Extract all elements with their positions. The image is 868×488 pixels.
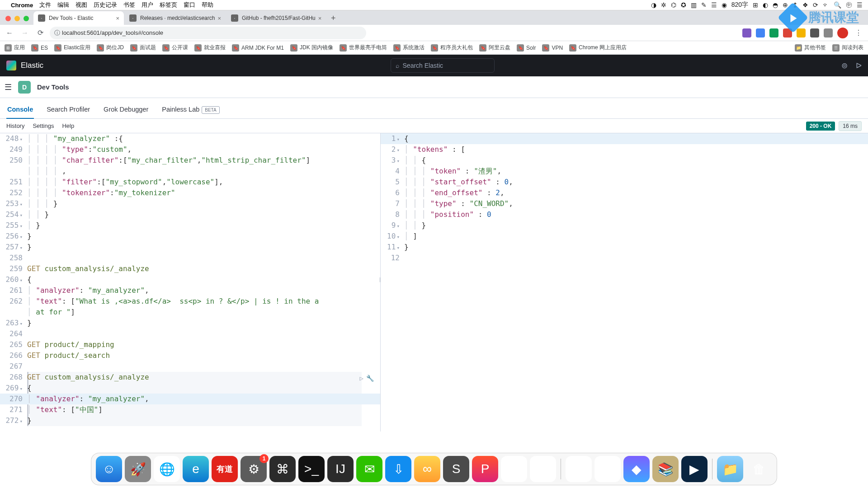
- dock-youdao-icon[interactable]: 有道: [212, 456, 238, 482]
- dock-intellij-icon[interactable]: IJ: [327, 456, 354, 482]
- status-icon[interactable]: ☰: [711, 1, 717, 9]
- extension-icon[interactable]: [769, 28, 778, 38]
- bookmark-item[interactable]: 🔖ARM JDK For M1: [232, 44, 284, 52]
- bookmark-item[interactable]: 🔖Solr: [517, 44, 536, 52]
- dock-text-icon[interactable]: T: [501, 456, 527, 482]
- bookmark-item[interactable]: 🔖岗位JD: [97, 44, 124, 52]
- dock-zen-icon[interactable]: ⌘: [269, 456, 296, 482]
- minimize-window-icon[interactable]: [14, 16, 20, 21]
- status-icon[interactable]: ✪: [681, 1, 686, 9]
- menubar-item[interactable]: 视图: [75, 1, 87, 8]
- dock-wps-icon[interactable]: W: [594, 456, 621, 482]
- menubar-item[interactable]: 用户: [142, 1, 153, 8]
- bookmark-item[interactable]: 🔖VPN: [542, 44, 563, 52]
- status-icon[interactable]: ⊞: [753, 1, 758, 9]
- status-icon[interactable]: ◐: [763, 1, 768, 9]
- bookmark-item[interactable]: 🔖就业喜报: [194, 44, 226, 52]
- status-icon[interactable]: ✎: [701, 1, 707, 9]
- toolbar-link[interactable]: History: [6, 122, 24, 129]
- back-button[interactable]: ←: [4, 27, 15, 39]
- bookmark-item[interactable]: 🔖阿里云盘: [479, 44, 510, 52]
- devtools-tab[interactable]: Search Profiler: [46, 106, 91, 118]
- bookmark-item[interactable]: 🔖ES: [31, 44, 48, 52]
- bookmark-item[interactable]: 🔖世界最亮手电筒: [340, 44, 387, 52]
- dock-folder-icon[interactable]: 📁: [717, 456, 743, 482]
- menubar-item[interactable]: 书签: [123, 1, 135, 8]
- extension-icon[interactable]: [810, 28, 819, 38]
- request-pane[interactable]: 248▾249250251252253▾254▾255▾256▾257▾2582…: [0, 133, 381, 432]
- dock-video-icon[interactable]: ▶: [681, 456, 708, 482]
- toolbar-link[interactable]: Help: [62, 122, 74, 129]
- extension-icon[interactable]: [797, 28, 806, 38]
- chrome-menu-icon[interactable]: ⋮: [853, 27, 864, 39]
- help-icon[interactable]: ⊚: [841, 61, 848, 70]
- menubar-item[interactable]: 历史记录: [94, 1, 117, 8]
- dock-launchpad-icon[interactable]: 🚀: [125, 456, 151, 482]
- status-icon[interactable]: ⌬: [671, 1, 676, 9]
- window-controls[interactable]: [4, 16, 33, 25]
- bookmark-item[interactable]: 🔖JDK 国内镜像: [290, 44, 333, 52]
- space-badge[interactable]: D: [18, 81, 31, 94]
- devtools-tab[interactable]: Grok Debugger: [103, 106, 149, 118]
- dock-terminal-icon[interactable]: >_: [298, 456, 325, 482]
- close-tab-icon[interactable]: ×: [217, 15, 221, 22]
- bookmark-item[interactable]: 🔖Elastic应用: [54, 44, 90, 52]
- play-icon[interactable]: ▷: [360, 373, 363, 384]
- status-icon[interactable]: ◉: [722, 1, 727, 9]
- dock-tool1-icon[interactable]: 🛠: [530, 456, 556, 482]
- dock-app1-icon[interactable]: ◆: [623, 456, 650, 482]
- close-tab-icon[interactable]: ×: [116, 15, 119, 22]
- bookmark-item[interactable]: 🔖面试题: [130, 44, 156, 52]
- menubar-app[interactable]: Chrome: [11, 2, 33, 9]
- browser-tab[interactable]: ·Dev Tools - Elastic×: [33, 11, 124, 25]
- zoom-window-icon[interactable]: [24, 16, 29, 21]
- translate-icon[interactable]: [756, 28, 765, 38]
- other-bookmarks[interactable]: 📁其他书签: [795, 44, 826, 52]
- site-info-icon[interactable]: ⓘ: [54, 29, 60, 37]
- devtools-tab[interactable]: Console: [6, 106, 34, 118]
- browser-tab[interactable]: ·Releases · medcl/elasticsearch×: [125, 11, 226, 25]
- close-tab-icon[interactable]: ×: [318, 15, 322, 22]
- dock-pdf-icon[interactable]: P: [472, 456, 498, 482]
- reload-button[interactable]: ⟳: [34, 27, 46, 39]
- wrench-icon[interactable]: 🔧: [366, 373, 374, 384]
- profile-avatar[interactable]: [837, 28, 848, 38]
- menubar-item[interactable]: 标签页: [160, 1, 177, 8]
- bookmark-item[interactable]: 🔖Chrome 网上应用店: [569, 44, 627, 52]
- response-pane[interactable]: 1▾2▾3▾456789▾10▾11▾12 {│ "tokens" : [│ │…: [381, 133, 868, 432]
- global-search[interactable]: ⌕ Search Elastic: [391, 58, 495, 73]
- menubar-item[interactable]: 编辑: [57, 1, 69, 8]
- dock-cloud-icon[interactable]: ∞: [414, 456, 440, 482]
- browser-tab[interactable]: ·GitHub - fhefh2015/Fast-GitHu×: [226, 11, 326, 25]
- status-icon[interactable]: ▥: [691, 1, 697, 9]
- request-actions[interactable]: ▷ 🔧: [360, 373, 374, 384]
- forward-button[interactable]: →: [19, 27, 31, 39]
- extension-icon[interactable]: [742, 28, 751, 38]
- dock-tool2-icon[interactable]: ∞: [566, 456, 592, 482]
- status-icon[interactable]: ◓: [773, 1, 778, 9]
- close-window-icon[interactable]: [5, 16, 11, 21]
- dock-trash-icon[interactable]: 🗑: [746, 456, 772, 482]
- apps-shortcut[interactable]: ⊞应用: [5, 44, 25, 52]
- status-icon[interactable]: ✲: [661, 1, 666, 9]
- user-icon[interactable]: ᐅ: [856, 61, 862, 70]
- menubar-item[interactable]: 文件: [39, 1, 51, 8]
- extensions-menu-icon[interactable]: [824, 28, 833, 38]
- elastic-logo[interactable]: Elastic: [6, 61, 43, 70]
- bookmark-item[interactable]: 🔖系统激活: [393, 44, 425, 52]
- dock-settings-icon[interactable]: ⚙1: [241, 456, 267, 482]
- bookmark-item[interactable]: 🔖公开课: [162, 44, 188, 52]
- nav-toggle-icon[interactable]: ☰: [5, 82, 12, 92]
- menubar-item[interactable]: 窗口: [184, 1, 195, 8]
- reading-list[interactable]: ☰阅读列表: [832, 44, 863, 52]
- dock-finder-icon[interactable]: ☺: [96, 456, 122, 482]
- menubar-item[interactable]: 帮助: [202, 1, 213, 8]
- toolbar-link[interactable]: Settings: [33, 122, 54, 129]
- dock-chrome-icon[interactable]: 🌐: [154, 456, 180, 482]
- status-icon[interactable]: ◑: [651, 1, 656, 9]
- address-bar[interactable]: ⓘ localhost:5601/app/dev_tools#/console: [50, 27, 366, 39]
- new-tab-button[interactable]: +: [327, 14, 340, 25]
- dock-app2-icon[interactable]: 📚: [652, 456, 679, 482]
- devtools-tab[interactable]: Painless LabBETA: [161, 106, 220, 118]
- dock-wechat-icon[interactable]: ✉: [356, 456, 382, 482]
